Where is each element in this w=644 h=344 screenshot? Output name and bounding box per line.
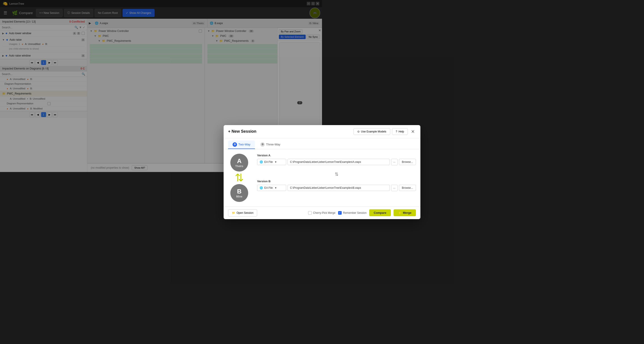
two-way-label: Two-Way xyxy=(238,143,250,146)
two-way-tab[interactable]: ② Two-Way xyxy=(228,140,255,149)
modal-title-text: + New Session xyxy=(228,129,256,134)
version-a-section: Version A 🌐 EA File ▾ ··· Browse... xyxy=(257,154,322,165)
two-way-number: ② xyxy=(232,142,237,147)
version-a-row: 🌐 EA File ▾ ··· Browse... xyxy=(257,159,322,165)
three-way-tab[interactable]: ③ Three-Way xyxy=(256,140,285,149)
version-a-circle: A Theirs xyxy=(230,154,248,172)
version-a-letter: A xyxy=(237,157,242,165)
version-config: Version A 🌐 EA File ▾ ··· Browse... ⇅ xyxy=(257,154,322,172)
version-diagram: A Theirs ⇅ B Mine xyxy=(228,154,250,172)
three-way-number: ③ xyxy=(260,142,265,147)
new-session-modal: + New Session ⊙ Use Example Models ? Hel… xyxy=(224,125,322,172)
modal-body: A Theirs ⇅ B Mine Version A 🌐 EA xyxy=(224,149,322,172)
modal-title: + New Session xyxy=(228,129,256,134)
ea-file-icon-a: 🌐 xyxy=(260,160,263,164)
ea-file-label-a: EA File xyxy=(264,160,273,164)
version-a-path-input[interactable] xyxy=(288,159,322,165)
dropdown-chevron-a: ▾ xyxy=(275,160,276,164)
version-a-label: Version A xyxy=(257,154,322,157)
three-way-label: Three-Way xyxy=(266,143,280,146)
swap-versions-btn[interactable]: ⇅ xyxy=(257,170,322,172)
modal-header: + New Session ⊙ Use Example Models ? Hel… xyxy=(224,125,322,138)
version-a-file-type-select[interactable]: 🌐 EA File ▾ xyxy=(257,159,286,165)
version-a-role: Theirs xyxy=(235,165,243,168)
modal-overlay: + New Session ⊙ Use Example Models ? Hel… xyxy=(0,0,322,172)
modal-tabs: ② Two-Way ③ Three-Way xyxy=(224,138,322,149)
